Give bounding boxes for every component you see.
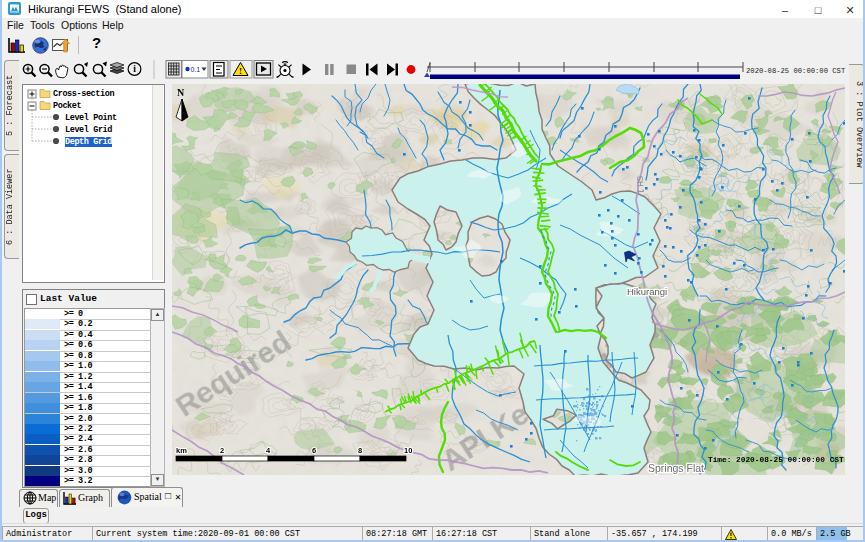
svg-text:2: 2	[220, 446, 224, 455]
svg-text:km: km	[176, 446, 187, 455]
svg-text:N: N	[177, 87, 185, 98]
svg-text:0.1: 0.1	[191, 66, 201, 73]
svg-text:Springs Flat: Springs Flat	[648, 462, 704, 474]
svg-text:6: 6	[312, 446, 316, 455]
svg-text:Time: 2020-08-25 00:00:00 CST: Time: 2020-08-25 00:00:00 CST	[708, 456, 844, 464]
svg-text:10: 10	[404, 446, 412, 455]
svg-text:Hikurangi: Hikurangi	[627, 286, 667, 297]
svg-text:8: 8	[358, 446, 362, 455]
svg-text:i: i	[133, 64, 136, 74]
svg-text:2020-08-25 00:00:00 CST: 2020-08-25 00:00:00 CST	[746, 67, 846, 75]
svg-text:SH 1: SH 1	[635, 175, 646, 194]
svg-text:!: !	[239, 66, 242, 76]
